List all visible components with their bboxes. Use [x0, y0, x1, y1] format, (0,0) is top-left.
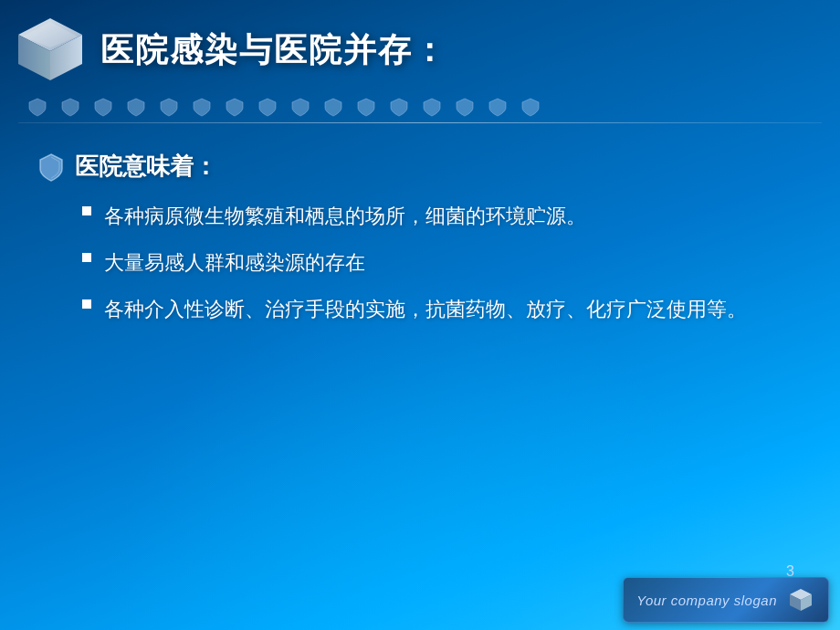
- shield-icon-5: [159, 97, 179, 117]
- bullet-item-1: 各种病原微生物繁殖和栖息的场所，细菌的环境贮源。: [82, 201, 803, 231]
- shield-icon-4: [126, 97, 146, 117]
- shield-icon-15: [488, 97, 508, 117]
- bullet-marker-1: [82, 206, 91, 215]
- header: 医院感染与医院并存：: [0, 0, 840, 91]
- bullet-marker-2: [82, 253, 91, 262]
- shield-icon-12: [389, 97, 409, 117]
- section-shield-icon: [37, 152, 66, 182]
- shield-icon-3: [93, 97, 113, 117]
- shield-icon-8: [257, 97, 278, 117]
- shield-row: [0, 91, 840, 122]
- footer: Your company slogan: [0, 570, 840, 630]
- main-content: 医院意味着： 各种病原微生物繁殖和栖息的场所，细菌的环境贮源。 大量易感人群和感…: [0, 123, 840, 359]
- bullet-text-2: 大量易感人群和感染源的存在: [104, 247, 365, 278]
- bullet-marker-3: [82, 299, 91, 309]
- shield-icon-11: [356, 97, 376, 117]
- shield-icon-7: [225, 97, 245, 117]
- shield-icon-14: [455, 97, 475, 117]
- section-header: 医院意味着：: [37, 151, 803, 183]
- footer-logo-icon: [786, 585, 815, 614]
- shield-icon-16: [520, 97, 541, 117]
- slide: 医院感染与医院并存： 医院意味着：: [0, 0, 840, 630]
- shield-icon-9: [290, 97, 310, 117]
- bullet-text-1: 各种病原微生物繁殖和栖息的场所，细菌的环境贮源。: [104, 201, 586, 231]
- slide-title: 医院感染与医院并存：: [100, 28, 447, 73]
- bullet-item-2: 大量易感人群和感染源的存在: [82, 247, 803, 278]
- logo-icon: [9, 9, 91, 91]
- bullet-item-3: 各种介入性诊断、治疗手段的实施，抗菌药物、放疗、化疗广泛使用等。: [82, 294, 803, 324]
- section-title: 医院意味着：: [75, 151, 217, 183]
- shield-icon-10: [323, 97, 343, 117]
- shield-icon-13: [422, 97, 442, 117]
- bullet-text-3: 各种介入性诊断、治疗手段的实施，抗菌药物、放疗、化疗广泛使用等。: [104, 294, 747, 324]
- bullet-list: 各种病原微生物繁殖和栖息的场所，细菌的环境贮源。 大量易感人群和感染源的存在 各…: [37, 201, 803, 324]
- shield-icon-2: [60, 97, 80, 117]
- shield-icon-1: [27, 97, 47, 117]
- shield-icon-6: [192, 97, 212, 117]
- slogan-box: Your company slogan: [623, 577, 829, 623]
- slogan-text: Your company slogan: [636, 593, 777, 608]
